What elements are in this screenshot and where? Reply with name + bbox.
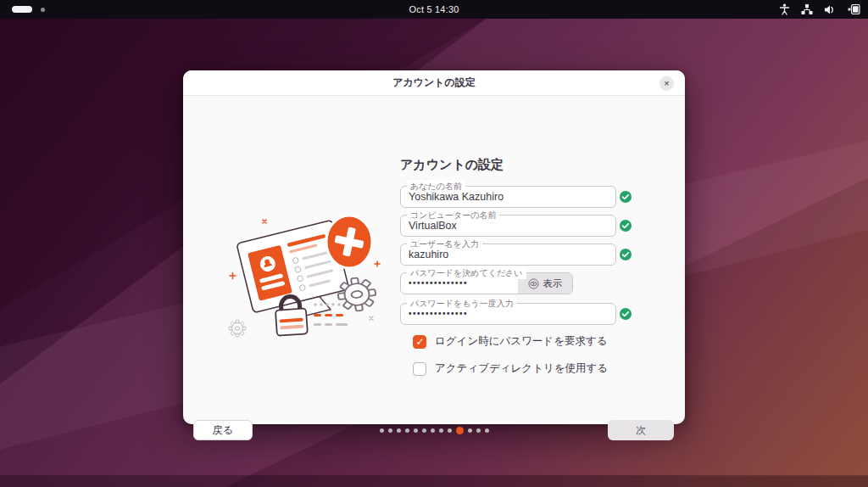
username-box[interactable]: ユーザー名を入力: [400, 244, 616, 266]
network-wired-icon[interactable]: [801, 3, 813, 15]
valid-check-icon: [620, 249, 632, 260]
password-confirm-label: パスワードをもう一度入力: [407, 297, 517, 310]
eye-icon: [528, 278, 539, 289]
small-gear-icon: [229, 320, 246, 337]
show-password-button[interactable]: 表示: [518, 273, 572, 294]
page-dot: [414, 428, 418, 433]
page-title: アカウントの設定: [400, 157, 504, 173]
full-name-label: あなたの名前: [407, 180, 465, 193]
active-directory-checkbox-row[interactable]: アクティブディレクトリを使用する: [413, 361, 608, 376]
full-name-box[interactable]: あなたの名前: [400, 186, 616, 208]
valid-check-icon: [620, 308, 632, 320]
system-status-area[interactable]: [779, 3, 861, 15]
page-dot: [388, 428, 392, 433]
dialog-content: アカウントの設定 あなたの名前 コンピューターの名前 ユーザー名を入力: [183, 96, 685, 424]
username-label: ユーザー名を入力: [407, 238, 482, 250]
field-password: パスワードを決めてください 表示: [400, 272, 616, 294]
computer-name-box[interactable]: コンピューターの名前: [400, 215, 616, 237]
dialog-title: アカウントの設定: [392, 76, 476, 90]
accessibility-icon[interactable]: [779, 3, 790, 15]
password-confirm-box[interactable]: パスワードをもう一度入力: [400, 303, 616, 325]
account-illustration: [225, 199, 391, 349]
active-directory-label: アクティブディレクトリを使用する: [435, 361, 608, 376]
clock[interactable]: Oct 5 14:30: [409, 4, 459, 14]
volume-icon[interactable]: [824, 4, 836, 15]
page-dot: [456, 427, 464, 434]
field-username: ユーザー名を入力: [400, 244, 616, 266]
page-dot: [405, 428, 409, 433]
active-directory-checkbox[interactable]: [413, 362, 426, 376]
add-user-plus-icon: [326, 216, 372, 268]
valid-check-icon: [620, 220, 632, 232]
top-bar: Oct 5 14:30: [0, 0, 868, 19]
page-dot: [485, 428, 489, 433]
field-full-name: あなたの名前: [400, 186, 616, 208]
workspace-indicator[interactable]: [12, 6, 45, 13]
account-setup-dialog: アカウントの設定 ×: [183, 70, 685, 424]
page-dot: [439, 428, 443, 433]
field-computer-name: コンピューターの名前: [400, 215, 616, 237]
require-password-label: ログイン時にパスワードを要求する: [435, 334, 608, 349]
require-password-checkbox-row[interactable]: ログイン時にパスワードを要求する: [413, 334, 608, 349]
require-password-checkbox[interactable]: [413, 335, 426, 349]
page-dot: [380, 428, 384, 433]
page-dot: [468, 428, 472, 433]
password-label: パスワードを決めてください: [407, 266, 526, 279]
workspace-dot-icon: [41, 8, 45, 12]
page-dot: [431, 428, 435, 433]
page-dot: [397, 428, 401, 433]
page-dot: [422, 428, 426, 433]
battery-charging-icon[interactable]: [847, 4, 861, 14]
next-button[interactable]: 次: [608, 420, 674, 440]
close-icon[interactable]: ×: [659, 76, 674, 91]
show-password-label: 表示: [543, 277, 563, 290]
workspace-pill-icon: [12, 6, 32, 13]
page-dot: [448, 428, 452, 433]
password-box[interactable]: パスワードを決めてください 表示: [400, 272, 573, 294]
computer-name-label: コンピューターの名前: [407, 209, 499, 221]
page-dot: [476, 428, 481, 433]
valid-check-icon: [620, 191, 632, 203]
dialog-titlebar[interactable]: アカウントの設定 ×: [183, 70, 685, 96]
field-password-confirm: パスワードをもう一度入力: [400, 303, 616, 325]
